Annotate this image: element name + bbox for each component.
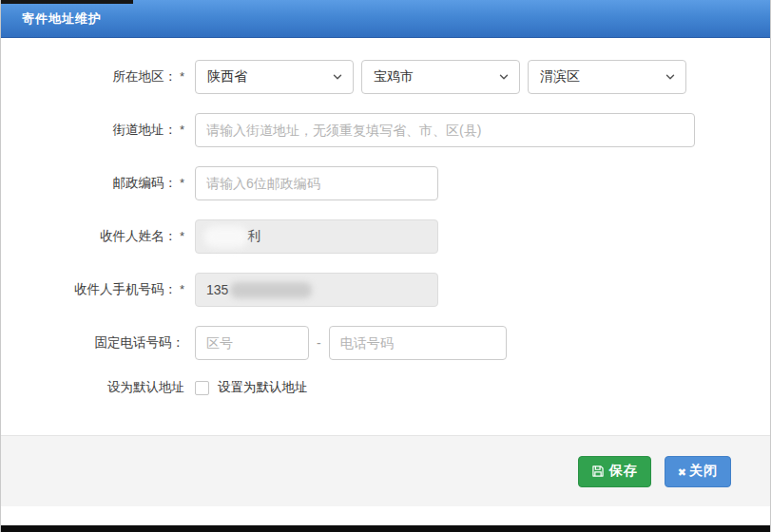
window-bottom-edge <box>0 525 771 532</box>
street-row: 街道地址：* <box>1 113 770 147</box>
address-maintenance-dialog: 寄件地址维护 所在地区：* 陕西省 宝鸡市 渭滨区 <box>0 0 771 532</box>
close-button[interactable]: ✖ 关闭 <box>665 456 731 487</box>
recipient-name-field: 利 <box>195 219 438 254</box>
recipient-name-visible: 利 <box>247 228 260 245</box>
address-form: 所在地区：* 陕西省 宝鸡市 渭滨区 街道地址：* <box>1 38 770 396</box>
required-mark: * <box>180 176 184 190</box>
required-mark: * <box>180 69 184 84</box>
close-icon: ✖ <box>678 466 687 478</box>
required-mark: * <box>180 282 184 296</box>
required-mark: * <box>180 229 184 243</box>
district-select-value: 渭滨区 <box>540 68 580 86</box>
recipient-mobile-label: 收件人手机号码：* <box>1 281 195 298</box>
region-row: 所在地区：* 陕西省 宝鸡市 渭滨区 <box>1 60 770 94</box>
recipient-name-label: 收件人姓名：* <box>1 228 195 245</box>
province-select[interactable]: 陕西省 <box>195 60 354 94</box>
city-select[interactable]: 宝鸡市 <box>361 60 520 94</box>
redacted-text <box>230 282 312 298</box>
district-select[interactable]: 渭滨区 <box>528 60 686 94</box>
postcode-label: 邮政编码：* <box>1 175 195 192</box>
province-select-value: 陕西省 <box>207 68 247 86</box>
landline-row: 固定电话号码： - <box>1 326 770 360</box>
city-select-value: 宝鸡市 <box>374 68 414 86</box>
close-button-label: 关闭 <box>689 463 718 480</box>
default-address-label: 设为默认地址 <box>1 379 195 396</box>
dash-separator: - <box>317 335 321 351</box>
page-title: 寄件地址维护 <box>22 10 102 28</box>
street-label: 街道地址：* <box>1 122 195 139</box>
recipient-mobile-field: 135 <box>195 273 438 307</box>
postcode-row: 邮政编码：* <box>1 166 770 200</box>
recipient-name-row: 收件人姓名：* 利 <box>1 219 770 254</box>
default-address-checkbox-label: 设置为默认地址 <box>218 379 308 396</box>
save-button[interactable]: 保存 <box>578 456 651 487</box>
chevron-down-icon <box>498 71 510 83</box>
recipient-mobile-visible: 135 <box>206 282 228 297</box>
dialog-footer: 保存 ✖ 关闭 <box>1 435 770 506</box>
save-icon <box>591 465 605 478</box>
chevron-down-icon <box>665 71 676 83</box>
chevron-down-icon <box>332 71 343 83</box>
recipient-mobile-row: 收件人手机号码：* 135 <box>1 273 770 307</box>
save-button-label: 保存 <box>609 463 638 480</box>
window-edge-artifact <box>1 0 133 4</box>
area-code-input[interactable] <box>195 326 309 360</box>
landline-label: 固定电话号码： <box>1 334 195 352</box>
region-label: 所在地区：* <box>1 68 195 86</box>
street-address-input[interactable] <box>195 113 695 147</box>
default-address-row: 设为默认地址 设置为默认地址 <box>1 379 770 396</box>
phone-number-input[interactable] <box>329 326 507 360</box>
redacted-text <box>206 229 246 245</box>
default-address-checkbox[interactable] <box>195 381 209 395</box>
dialog-header: 寄件地址维护 <box>1 0 770 38</box>
required-mark: * <box>180 123 184 137</box>
postal-code-input[interactable] <box>195 166 438 200</box>
